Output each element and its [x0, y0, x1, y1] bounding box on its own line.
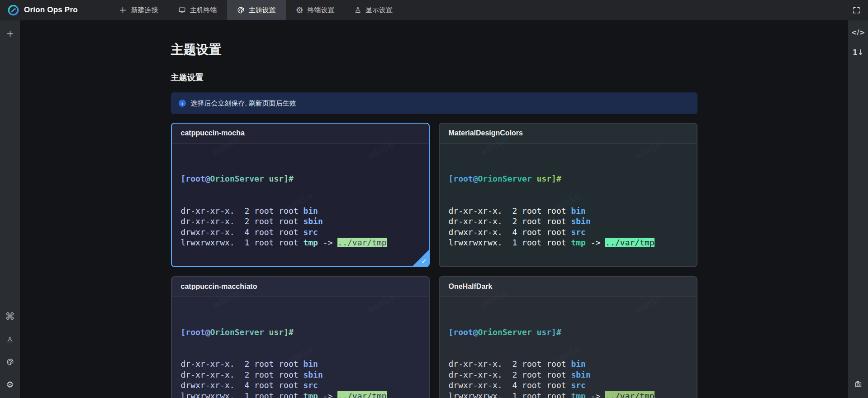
file-name: src: [303, 227, 318, 237]
tab-主题设置[interactable]: 主题设置: [227, 0, 286, 20]
terminal-line: dr-xr-xr-x. 2 root root bin: [449, 206, 688, 216]
plus-icon[interactable]: [6, 29, 14, 38]
terminal-line: dr-xr-xr-x. 2 root root sbin: [449, 216, 688, 227]
file-name: sbin: [303, 370, 323, 379]
app-title: Orion Ops Pro: [24, 5, 78, 14]
tab-label: 主题设置: [249, 6, 276, 14]
main-area: 主题设置 主题设置 i 选择后会立刻保存, 刷新页面后生效 catppuccin…: [20, 20, 848, 398]
theme-grid: catppuccin-mocha [root@OrionServer usr]#…: [171, 123, 697, 398]
terminal-line: lrwxrwxrwx. 1 root root tmp -> ../var/tm…: [449, 391, 688, 398]
symlink-target: ../var/tmp: [605, 238, 654, 247]
file-name: src: [571, 227, 586, 237]
theme-card-title: OneHalfDark: [440, 277, 697, 297]
monitor-icon: [178, 6, 186, 14]
section-title: 主题设置: [171, 72, 697, 82]
terminal-preview: [root@OrionServer usr]# adminadminadmind…: [172, 297, 429, 398]
palette-icon: [237, 6, 245, 14]
left-sidebar: ⌘♙⚙: [0, 20, 20, 398]
terminal-line: dr-xr-xr-x. 2 root root sbin: [181, 216, 420, 227]
file-name: sbin: [571, 370, 590, 379]
symlink-target: ../var/tmp: [605, 391, 654, 398]
file-name: src: [303, 380, 318, 390]
gear-icon[interactable]: ⚙: [6, 380, 14, 389]
right-sidebar: </>1↓: [848, 20, 868, 398]
tab-主机终端[interactable]: 主机终端: [168, 0, 227, 20]
gear-icon: ⚙: [296, 6, 304, 14]
fullscreen-icon[interactable]: [852, 6, 861, 14]
file-name: tmp: [571, 238, 586, 247]
theme-card-title: catppuccin-macchiato: [172, 277, 429, 297]
tab-label: 新建连接: [131, 6, 158, 14]
tab-label: 终端设置: [308, 6, 335, 14]
terminal-line: dr-xr-xr-x. 2 root root sbin: [449, 369, 688, 380]
symlink-target: ../var/tmp: [337, 391, 386, 398]
tab-显示设置[interactable]: ♙显示设置: [345, 0, 403, 20]
theme-card-title: catppuccin-mocha: [172, 124, 429, 144]
theme-card-title: MaterialDesignColors: [440, 124, 697, 144]
symlink-target: ../var/tmp: [337, 238, 386, 247]
terminal-preview: [root@OrionServer usr]# adminadminadmind…: [440, 297, 697, 398]
terminal-line: drwxr-xr-x. 4 root root src: [449, 227, 688, 238]
terminal-prompt: [root@OrionServer usr]#: [181, 327, 420, 338]
info-icon: i: [179, 100, 186, 107]
terminal-prompt: [root@OrionServer usr]#: [449, 173, 688, 184]
file-name: sbin: [303, 216, 323, 226]
top-navbar: Orion Ops Pro 新建连接主机终端主题设置⚙终端设置♙显示设置: [0, 0, 868, 20]
terminal-prompt: [root@OrionServer usr]#: [449, 327, 688, 338]
info-alert: i 选择后会立刻保存, 刷新页面后生效: [171, 92, 697, 114]
file-name: bin: [571, 206, 586, 216]
plus-icon: [119, 6, 127, 14]
file-name: tmp: [571, 391, 586, 398]
file-name: tmp: [303, 238, 318, 247]
tab-新建连接[interactable]: 新建连接: [109, 0, 168, 20]
terminal-line: dr-xr-xr-x. 2 root root bin: [449, 359, 688, 369]
code-icon[interactable]: </>: [851, 29, 865, 36]
app-logo: Orion Ops Pro: [0, 0, 85, 20]
terminal-line: drwxr-xr-x. 4 root root src: [449, 380, 688, 391]
terminal-preview: [root@OrionServer usr]# adminadminadmind…: [440, 144, 697, 266]
theme-card-catppuccin-macchiato[interactable]: catppuccin-macchiato [root@OrionServer u…: [171, 276, 430, 398]
navbar-tabs: 新建连接主机终端主题设置⚙终端设置♙显示设置: [109, 0, 403, 20]
stamp-icon: ♙: [355, 6, 361, 14]
file-name: tmp: [303, 391, 318, 398]
terminal-line: dr-xr-xr-x. 2 root root bin: [181, 206, 420, 216]
terminal-line: lrwxrwxrwx. 1 root root tmp -> ../var/tm…: [449, 237, 688, 248]
file-name: sbin: [571, 216, 590, 226]
terminal-line: lrwxrwxrwx. 1 root root tmp -> ../var/tm…: [181, 237, 420, 248]
file-name: bin: [303, 359, 318, 369]
info-alert-text: 选择后会立刻保存, 刷新页面后生效: [191, 99, 296, 108]
tab-终端设置[interactable]: ⚙终端设置: [286, 0, 345, 20]
file-name: bin: [303, 206, 318, 216]
camera-icon[interactable]: [854, 380, 863, 389]
file-name: src: [571, 380, 586, 390]
check-icon: ✓: [421, 257, 427, 265]
sort-icon[interactable]: 1↓: [853, 49, 864, 56]
command-icon[interactable]: ⌘: [5, 312, 15, 321]
tab-label: 显示设置: [365, 6, 393, 14]
terminal-line: dr-xr-xr-x. 2 root root bin: [181, 359, 420, 369]
terminal-prompt: [root@OrionServer usr]#: [181, 173, 420, 184]
terminal-line: dr-xr-xr-x. 2 root root sbin: [181, 369, 420, 380]
palette-icon[interactable]: [6, 358, 14, 366]
terminal-line: drwxr-xr-x. 4 root root src: [181, 227, 420, 238]
file-name: bin: [571, 359, 586, 369]
terminal-line: drwxr-xr-x. 4 root root src: [181, 380, 420, 391]
tab-label: 主机终端: [190, 6, 217, 14]
page-title: 主题设置: [171, 43, 697, 57]
theme-card-OneHalfDark[interactable]: OneHalfDark [root@OrionServer usr]# admi…: [439, 276, 697, 398]
theme-card-MaterialDesignColors[interactable]: MaterialDesignColors [root@OrionServer u…: [439, 123, 697, 267]
theme-card-catppuccin-mocha[interactable]: catppuccin-mocha [root@OrionServer usr]#…: [171, 123, 430, 267]
terminal-line: lrwxrwxrwx. 1 root root tmp -> ../var/tm…: [181, 391, 420, 398]
stamp-icon[interactable]: ♙: [6, 336, 13, 344]
terminal-preview: [root@OrionServer usr]# adminadminadmind…: [172, 144, 429, 266]
orion-logo-icon: [7, 4, 19, 16]
navbar-right: [852, 0, 868, 20]
